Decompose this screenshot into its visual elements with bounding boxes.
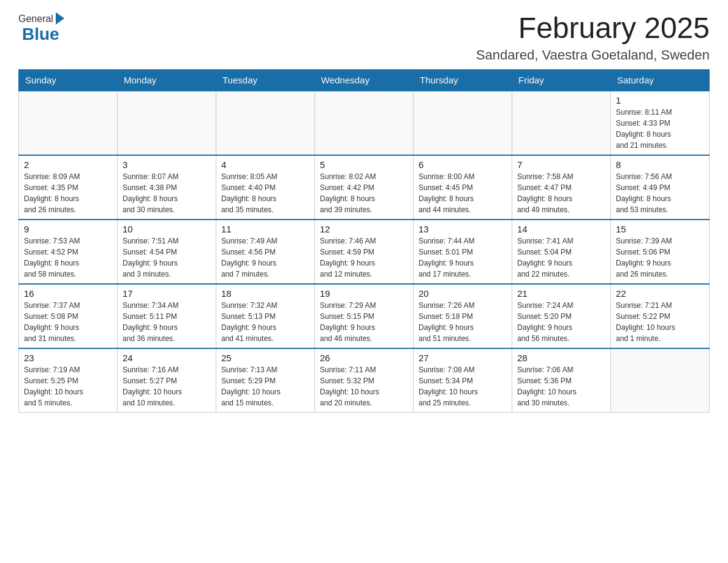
- day-info: Sunrise: 7:11 AMSunset: 5:32 PMDaylight:…: [320, 364, 408, 408]
- calendar-cell: 3Sunrise: 8:07 AMSunset: 4:38 PMDaylight…: [118, 155, 216, 220]
- calendar-cell: 20Sunrise: 7:26 AMSunset: 5:18 PMDayligh…: [414, 284, 512, 348]
- calendar-cell: 10Sunrise: 7:51 AMSunset: 4:54 PMDayligh…: [118, 220, 216, 284]
- calendar-cell: 25Sunrise: 7:13 AMSunset: 5:29 PMDayligh…: [216, 348, 315, 413]
- day-number: 16: [24, 288, 112, 299]
- calendar-body: 1Sunrise: 8:11 AMSunset: 4:33 PMDaylight…: [19, 91, 710, 413]
- day-info: Sunrise: 7:41 AMSunset: 5:04 PMDaylight:…: [517, 236, 605, 280]
- calendar-cell: [118, 91, 216, 155]
- day-number: 11: [221, 224, 309, 234]
- day-info: Sunrise: 7:26 AMSunset: 5:18 PMDaylight:…: [419, 300, 507, 344]
- calendar-week-2: 2Sunrise: 8:09 AMSunset: 4:35 PMDaylight…: [19, 155, 710, 220]
- day-info: Sunrise: 7:44 AMSunset: 5:01 PMDaylight:…: [419, 236, 507, 280]
- calendar-cell: 13Sunrise: 7:44 AMSunset: 5:01 PMDayligh…: [414, 220, 512, 284]
- calendar-cell: [512, 91, 611, 155]
- calendar-header: Sunday Monday Tuesday Wednesday Thursday…: [19, 69, 710, 91]
- day-number: 18: [221, 288, 309, 299]
- day-info: Sunrise: 8:00 AMSunset: 4:45 PMDaylight:…: [419, 171, 507, 215]
- day-number: 10: [123, 224, 211, 234]
- day-number: 24: [123, 353, 211, 363]
- day-info: Sunrise: 7:39 AMSunset: 5:06 PMDaylight:…: [616, 236, 704, 280]
- calendar-cell: 17Sunrise: 7:34 AMSunset: 5:11 PMDayligh…: [118, 284, 216, 348]
- col-tuesday: Tuesday: [216, 69, 315, 91]
- calendar-cell: 6Sunrise: 8:00 AMSunset: 4:45 PMDaylight…: [414, 155, 512, 220]
- calendar-cell: 15Sunrise: 7:39 AMSunset: 5:06 PMDayligh…: [611, 220, 710, 284]
- days-of-week-row: Sunday Monday Tuesday Wednesday Thursday…: [19, 69, 710, 91]
- day-info: Sunrise: 7:34 AMSunset: 5:11 PMDaylight:…: [123, 300, 211, 344]
- calendar-cell: 26Sunrise: 7:11 AMSunset: 5:32 PMDayligh…: [315, 348, 414, 413]
- day-info: Sunrise: 7:53 AMSunset: 4:52 PMDaylight:…: [24, 236, 112, 280]
- calendar-cell: 11Sunrise: 7:49 AMSunset: 4:56 PMDayligh…: [216, 220, 315, 284]
- col-wednesday: Wednesday: [315, 69, 414, 91]
- day-info: Sunrise: 8:05 AMSunset: 4:40 PMDaylight:…: [221, 171, 309, 215]
- day-number: 22: [616, 288, 704, 299]
- calendar-cell: 7Sunrise: 7:58 AMSunset: 4:47 PMDaylight…: [512, 155, 611, 220]
- title-section: February 2025 Sandared, Vaestra Goetalan…: [476, 12, 710, 63]
- calendar-week-5: 23Sunrise: 7:19 AMSunset: 5:25 PMDayligh…: [19, 348, 710, 413]
- calendar-cell: 1Sunrise: 8:11 AMSunset: 4:33 PMDaylight…: [611, 91, 710, 155]
- day-info: Sunrise: 7:46 AMSunset: 4:59 PMDaylight:…: [320, 236, 408, 280]
- calendar-cell: 23Sunrise: 7:19 AMSunset: 5:25 PMDayligh…: [19, 348, 118, 413]
- day-info: Sunrise: 7:19 AMSunset: 5:25 PMDaylight:…: [24, 364, 112, 408]
- day-info: Sunrise: 7:58 AMSunset: 4:47 PMDaylight:…: [517, 171, 605, 215]
- day-number: 21: [517, 288, 605, 299]
- day-number: 15: [616, 224, 704, 234]
- calendar-cell: [611, 348, 710, 413]
- calendar-cell: [216, 91, 315, 155]
- day-info: Sunrise: 7:56 AMSunset: 4:49 PMDaylight:…: [616, 171, 704, 215]
- day-info: Sunrise: 7:32 AMSunset: 5:13 PMDaylight:…: [221, 300, 309, 344]
- col-thursday: Thursday: [414, 69, 512, 91]
- calendar-cell: [315, 91, 414, 155]
- day-number: 14: [517, 224, 605, 234]
- calendar-week-4: 16Sunrise: 7:37 AMSunset: 5:08 PMDayligh…: [19, 284, 710, 348]
- page-header: General Blue February 2025 Sandared, Vae…: [18, 12, 710, 63]
- day-number: 28: [517, 353, 605, 363]
- calendar-cell: 18Sunrise: 7:32 AMSunset: 5:13 PMDayligh…: [216, 284, 315, 348]
- logo-general-text: General: [18, 13, 53, 25]
- day-number: 19: [320, 288, 408, 299]
- calendar-table: Sunday Monday Tuesday Wednesday Thursday…: [18, 69, 710, 413]
- calendar-cell: [19, 91, 118, 155]
- col-saturday: Saturday: [611, 69, 710, 91]
- calendar-cell: [414, 91, 512, 155]
- calendar-week-3: 9Sunrise: 7:53 AMSunset: 4:52 PMDaylight…: [19, 220, 710, 284]
- calendar-cell: 9Sunrise: 7:53 AMSunset: 4:52 PMDaylight…: [19, 220, 118, 284]
- day-number: 25: [221, 353, 309, 363]
- day-info: Sunrise: 7:08 AMSunset: 5:34 PMDaylight:…: [419, 364, 507, 408]
- logo-arrow-icon: [56, 12, 64, 25]
- day-number: 27: [419, 353, 507, 363]
- day-number: 7: [517, 159, 605, 170]
- day-info: Sunrise: 7:51 AMSunset: 4:54 PMDaylight:…: [123, 236, 211, 280]
- day-number: 26: [320, 353, 408, 363]
- day-number: 13: [419, 224, 507, 234]
- calendar-cell: 21Sunrise: 7:24 AMSunset: 5:20 PMDayligh…: [512, 284, 611, 348]
- calendar-cell: 12Sunrise: 7:46 AMSunset: 4:59 PMDayligh…: [315, 220, 414, 284]
- day-info: Sunrise: 7:16 AMSunset: 5:27 PMDaylight:…: [123, 364, 211, 408]
- day-number: 8: [616, 159, 704, 170]
- day-info: Sunrise: 7:13 AMSunset: 5:29 PMDaylight:…: [221, 364, 309, 408]
- day-number: 1: [616, 95, 704, 105]
- col-monday: Monday: [118, 69, 216, 91]
- logo: General Blue: [18, 12, 64, 44]
- calendar-cell: 16Sunrise: 7:37 AMSunset: 5:08 PMDayligh…: [19, 284, 118, 348]
- day-number: 6: [419, 159, 507, 170]
- day-info: Sunrise: 8:11 AMSunset: 4:33 PMDaylight:…: [616, 107, 704, 151]
- calendar-cell: 8Sunrise: 7:56 AMSunset: 4:49 PMDaylight…: [611, 155, 710, 220]
- day-info: Sunrise: 7:49 AMSunset: 4:56 PMDaylight:…: [221, 236, 309, 280]
- day-info: Sunrise: 7:29 AMSunset: 5:15 PMDaylight:…: [320, 300, 408, 344]
- calendar-cell: 19Sunrise: 7:29 AMSunset: 5:15 PMDayligh…: [315, 284, 414, 348]
- logo-blue-text: Blue: [22, 25, 59, 44]
- day-number: 9: [24, 224, 112, 234]
- calendar-cell: 5Sunrise: 8:02 AMSunset: 4:42 PMDaylight…: [315, 155, 414, 220]
- day-number: 23: [24, 353, 112, 363]
- calendar-cell: 4Sunrise: 8:05 AMSunset: 4:40 PMDaylight…: [216, 155, 315, 220]
- calendar-week-1: 1Sunrise: 8:11 AMSunset: 4:33 PMDaylight…: [19, 91, 710, 155]
- day-number: 12: [320, 224, 408, 234]
- day-info: Sunrise: 7:21 AMSunset: 5:22 PMDaylight:…: [616, 300, 704, 344]
- day-info: Sunrise: 7:37 AMSunset: 5:08 PMDaylight:…: [24, 300, 112, 344]
- calendar-cell: 27Sunrise: 7:08 AMSunset: 5:34 PMDayligh…: [414, 348, 512, 413]
- calendar-cell: 2Sunrise: 8:09 AMSunset: 4:35 PMDaylight…: [19, 155, 118, 220]
- day-number: 4: [221, 159, 309, 170]
- day-info: Sunrise: 8:02 AMSunset: 4:42 PMDaylight:…: [320, 171, 408, 215]
- day-number: 2: [24, 159, 112, 170]
- calendar-cell: 14Sunrise: 7:41 AMSunset: 5:04 PMDayligh…: [512, 220, 611, 284]
